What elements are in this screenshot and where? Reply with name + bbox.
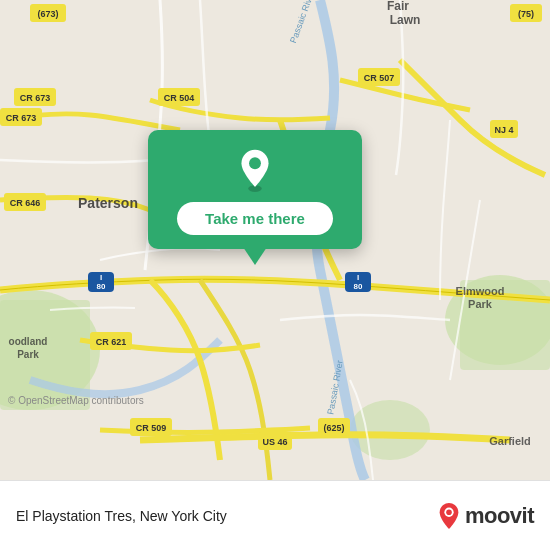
svg-text:Paterson: Paterson [78, 195, 138, 211]
location-pin-icon [233, 148, 277, 192]
svg-point-51 [446, 509, 452, 515]
svg-text:(75): (75) [518, 9, 534, 19]
svg-text:CR 507: CR 507 [364, 73, 395, 83]
svg-text:Garfield: Garfield [489, 435, 531, 447]
svg-text:US 46: US 46 [262, 437, 287, 447]
svg-text:NJ 4: NJ 4 [494, 125, 513, 135]
svg-text:(673): (673) [37, 9, 58, 19]
svg-text:(625): (625) [323, 423, 344, 433]
svg-text:CR 621: CR 621 [96, 337, 127, 347]
svg-text:CR 673: CR 673 [6, 113, 37, 123]
popup-card: Take me there [148, 130, 362, 249]
svg-text:CR 509: CR 509 [136, 423, 167, 433]
svg-text:oodland: oodland [9, 336, 48, 347]
svg-text:80: 80 [354, 282, 363, 291]
svg-text:Fair: Fair [387, 0, 409, 13]
bottom-bar: El Playstation Tres, New York City moovi… [0, 480, 550, 550]
moovit-brand-text: moovit [465, 503, 534, 529]
svg-text:80: 80 [97, 282, 106, 291]
svg-point-49 [249, 157, 261, 169]
svg-text:I: I [100, 273, 102, 282]
svg-text:Park: Park [468, 298, 493, 310]
svg-text:Lawn: Lawn [390, 13, 421, 27]
moovit-pin-icon [437, 502, 461, 530]
location-label: El Playstation Tres, New York City [16, 508, 227, 524]
moovit-logo: moovit [437, 502, 534, 530]
svg-text:CR 504: CR 504 [164, 93, 195, 103]
map-container: CR 673 CR 673 CR 504 CR 507 NJ 4 NJ 20 C… [0, 0, 550, 480]
copyright-text: © OpenStreetMap contributors [8, 395, 144, 406]
svg-text:I: I [357, 273, 359, 282]
svg-text:Elmwood: Elmwood [456, 285, 505, 297]
svg-text:Park: Park [17, 349, 39, 360]
svg-text:CR 673: CR 673 [20, 93, 51, 103]
svg-text:CR 646: CR 646 [10, 198, 41, 208]
take-me-there-button[interactable]: Take me there [177, 202, 333, 235]
